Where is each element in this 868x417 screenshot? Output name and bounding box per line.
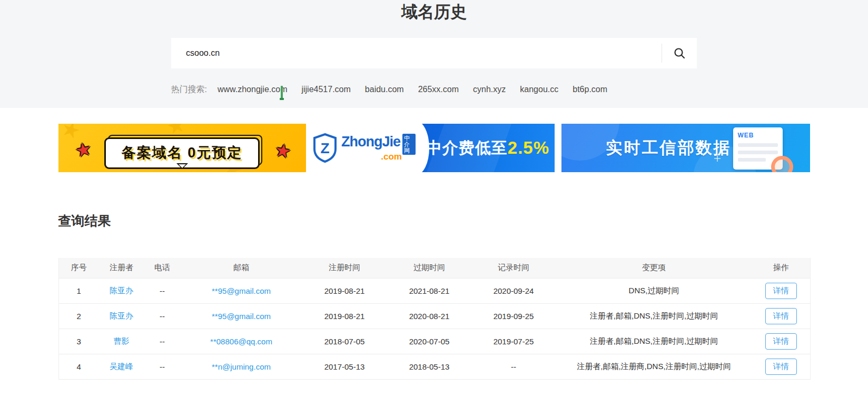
column-header: 注册时间 — [302, 258, 387, 278]
red-star-icon: ★ — [73, 139, 93, 160]
cell-reg-date: 2017-05-13 — [302, 354, 387, 379]
registrant-link[interactable]: 陈亚办 — [110, 311, 133, 320]
zhongjie-logo-text: ZhongJie — [341, 134, 400, 150]
table-row: 3曹影--**08806@qq.com2018-07-052020-07-052… — [58, 329, 810, 354]
zhongjie-logo-tld: .com — [381, 152, 402, 162]
column-header: 记录时间 — [471, 258, 556, 278]
detail-button[interactable]: 详情 — [765, 283, 797, 299]
web-card-label: WEB — [738, 132, 754, 139]
table-header-row: 序号注册者电话邮箱注册时间过期时间记录时间变更项操作 — [58, 258, 810, 278]
banner-zhongjie-ad[interactable]: Z ZhongJie 中介网 .com 中介费低至2.5% — [312, 124, 555, 172]
column-header: 邮箱 — [181, 258, 302, 278]
hot-search-link[interactable]: www.zhongjie.com — [218, 85, 288, 94]
zhongjie-logo-area: Z ZhongJie 中介网 .com — [312, 124, 416, 172]
column-header: 序号 — [58, 258, 99, 278]
cell-changes: 注册者,邮箱,DNS,注册时间,过期时间 — [556, 329, 752, 354]
cell-registrant: 陈亚办 — [99, 278, 144, 303]
hot-search-link[interactable]: baidu.com — [365, 85, 404, 94]
table-row: 1陈亚办--**95@gmail.com2019-08-212021-08-21… — [58, 278, 810, 303]
results-section: 查询结果 序号注册者电话邮箱注册时间过期时间记录时间变更项操作 1陈亚办--**… — [58, 212, 810, 380]
cell-email: **n@juming.com — [181, 354, 302, 379]
cell-record-date: 2019-09-25 — [471, 303, 556, 329]
svg-text:Z: Z — [320, 140, 329, 156]
cell-phone: -- — [144, 278, 181, 303]
detail-button[interactable]: 详情 — [765, 308, 797, 324]
registrant-link[interactable]: 陈亚办 — [110, 286, 133, 295]
text-cursor-artifact — [281, 86, 283, 100]
cell-phone: -- — [144, 354, 181, 379]
cell-registrant: 吴建峰 — [99, 354, 144, 379]
cell-record-date: 2020-09-24 — [471, 278, 556, 303]
page-title: 域名历史 — [0, 0, 868, 24]
placeholder-line — [738, 151, 778, 154]
cell-no: 2 — [58, 303, 99, 329]
cell-registrant: 曹影 — [99, 329, 144, 354]
speech-bubble: 备案域名 0元预定 — [104, 137, 260, 169]
banner-beian-text: 备案域名 0元预定 — [122, 145, 243, 161]
magnifier-icon — [771, 156, 793, 172]
hot-search-row: 热门搜索:www.zhongjie.comjijie4517.combaidu.… — [58, 84, 810, 95]
hot-search-link[interactable]: kangou.cc — [520, 85, 558, 94]
column-header: 电话 — [144, 258, 181, 278]
cell-email: **95@gmail.com — [181, 303, 302, 329]
search-button[interactable] — [662, 38, 697, 68]
hot-search-label: 热门搜索: — [171, 85, 207, 94]
cell-exp-date: 2018-05-13 — [387, 354, 471, 379]
detail-button[interactable]: 详情 — [765, 359, 797, 375]
cell-changes: DNS,过期时间 — [556, 278, 752, 303]
search-input[interactable] — [171, 38, 662, 68]
hot-search-link[interactable]: bt6p.com — [573, 85, 607, 94]
email-link[interactable]: **n@juming.com — [212, 362, 271, 371]
registrant-link[interactable]: 曹影 — [114, 336, 130, 345]
cell-reg-date: 2018-07-05 — [302, 329, 387, 354]
search-icon — [673, 47, 686, 59]
email-link[interactable]: **95@gmail.com — [212, 286, 271, 295]
banner-beian-ad[interactable]: ★ ★ ★ ★ 备案域名 0元预定 ★ — [58, 124, 306, 172]
cell-record-date: -- — [471, 354, 556, 379]
sheen-decoration — [424, 124, 512, 172]
cell-changes: 注册者,邮箱,DNS,注册时间,过期时间 — [556, 303, 752, 329]
cell-action: 详情 — [752, 278, 810, 303]
cell-no: 3 — [58, 329, 99, 354]
table-row: 2陈亚办--**95@gmail.com2019-08-212020-08-21… — [58, 303, 810, 329]
hero-section: 域名历史 热门搜索:www.zhongjie.comjijie4517.comb… — [0, 0, 868, 108]
column-header: 操作 — [752, 258, 810, 278]
hot-search-link[interactable]: cynh.xyz — [473, 85, 506, 94]
sparkle-icon — [714, 155, 721, 162]
cell-registrant: 陈亚办 — [99, 303, 144, 329]
hot-search-link[interactable]: 265xx.com — [418, 85, 459, 94]
cell-phone: -- — [144, 329, 181, 354]
email-link[interactable]: **08806@qq.com — [210, 337, 272, 346]
cell-action: 详情 — [752, 303, 810, 329]
search-bar — [171, 38, 697, 68]
web-document-card: WEB — [733, 127, 783, 170]
cell-action: 详情 — [752, 354, 810, 379]
column-header: 注册者 — [99, 258, 144, 278]
page: 域名历史 热门搜索:www.zhongjie.comjijie4517.comb… — [0, 0, 868, 380]
zhongjie-logo-badge: 中介网 — [402, 134, 416, 155]
placeholder-line — [738, 158, 766, 162]
cell-email: **08806@qq.com — [181, 329, 302, 354]
cell-exp-date: 2021-08-21 — [387, 278, 471, 303]
domain-history-table: 序号注册者电话邮箱注册时间过期时间记录时间变更项操作 1陈亚办--**95@gm… — [58, 258, 811, 380]
banner-row: ★ ★ ★ ★ 备案域名 0元预定 ★ Z ZhongJie 中介网 — [58, 124, 810, 172]
email-link[interactable]: **95@gmail.com — [212, 312, 271, 321]
cell-no: 1 — [58, 278, 99, 303]
zhongjie-slogan-area: 中介费低至2.5% — [416, 124, 555, 172]
zhongjie-shield-icon: Z — [312, 133, 338, 163]
zhongjie-wordmark: ZhongJie 中介网 .com — [341, 134, 416, 162]
cell-action: 详情 — [752, 329, 810, 354]
cell-exp-date: 2020-08-21 — [387, 303, 471, 329]
registrant-link[interactable]: 吴建峰 — [110, 362, 133, 371]
placeholder-line — [738, 143, 778, 147]
hot-search-link[interactable]: jijie4517.com — [301, 85, 350, 94]
column-header: 变更项 — [556, 258, 752, 278]
cell-no: 4 — [58, 354, 99, 379]
cell-email: **95@gmail.com — [181, 278, 302, 303]
banner-miit-ad[interactable]: 实时工信部数据 WEB — [561, 124, 810, 172]
zhongjie-rate: 2.5% — [508, 138, 549, 158]
cell-phone: -- — [144, 303, 181, 329]
table-row: 4吴建峰--**n@juming.com2017-05-132018-05-13… — [58, 354, 810, 379]
cell-exp-date: 2020-07-05 — [387, 329, 471, 354]
detail-button[interactable]: 详情 — [765, 333, 797, 350]
